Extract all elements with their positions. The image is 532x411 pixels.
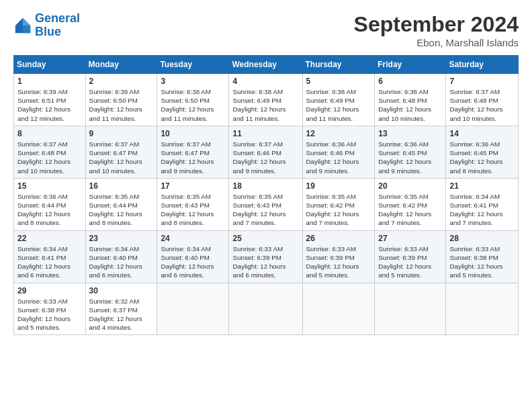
- day-number: 17: [161, 181, 225, 191]
- title-block: September 2024 Ebon, Marshall Islands: [354, 12, 519, 48]
- day-number: 5: [306, 77, 371, 86]
- day-number: 20: [378, 181, 442, 191]
- calendar-cell: 1Sunrise: 6:39 AM Sunset: 6:51 PM Daylig…: [14, 74, 86, 126]
- day-info: Sunrise: 6:35 AM Sunset: 6:44 PM Dayligh…: [89, 192, 154, 228]
- day-info: Sunrise: 6:38 AM Sunset: 6:49 PM Dayligh…: [232, 87, 298, 123]
- day-number: 3: [161, 77, 225, 86]
- logo-text: General Blue: [35, 12, 80, 39]
- location: Ebon, Marshall Islands: [354, 37, 519, 48]
- day-info: Sunrise: 6:35 AM Sunset: 6:43 PM Dayligh…: [161, 192, 225, 228]
- page: General Blue September 2024 Ebon, Marsha…: [0, 0, 532, 411]
- calendar-cell: 12Sunrise: 6:36 AM Sunset: 6:46 PM Dayli…: [302, 126, 375, 178]
- calendar-cell: [229, 283, 302, 335]
- calendar-cell: 23Sunrise: 6:34 AM Sunset: 6:40 PM Dayli…: [85, 230, 157, 283]
- day-number: 24: [161, 234, 225, 243]
- calendar-week-row: 22Sunrise: 6:34 AM Sunset: 6:41 PM Dayli…: [14, 230, 519, 283]
- calendar-cell: 28Sunrise: 6:33 AM Sunset: 6:38 PM Dayli…: [446, 230, 519, 283]
- calendar-day-header: Wednesday: [229, 56, 302, 74]
- calendar-cell: 10Sunrise: 6:37 AM Sunset: 6:47 PM Dayli…: [157, 126, 229, 178]
- day-number: 23: [89, 234, 154, 243]
- day-number: 9: [89, 129, 154, 138]
- day-info: Sunrise: 6:35 AM Sunset: 6:42 PM Dayligh…: [378, 192, 442, 228]
- calendar-cell: 29Sunrise: 6:33 AM Sunset: 6:38 PM Dayli…: [14, 283, 86, 335]
- logo-icon: [13, 16, 32, 35]
- day-info: Sunrise: 6:36 AM Sunset: 6:46 PM Dayligh…: [306, 140, 371, 175]
- logo: General Blue: [13, 12, 80, 39]
- calendar-cell: 13Sunrise: 6:36 AM Sunset: 6:45 PM Dayli…: [375, 126, 446, 178]
- calendar-cell: 22Sunrise: 6:34 AM Sunset: 6:41 PM Dayli…: [14, 230, 86, 283]
- day-info: Sunrise: 6:37 AM Sunset: 6:47 PM Dayligh…: [89, 140, 154, 175]
- month-title: September 2024: [354, 12, 519, 37]
- day-number: 18: [232, 181, 298, 191]
- day-info: Sunrise: 6:38 AM Sunset: 6:50 PM Dayligh…: [161, 87, 225, 123]
- logo-line2: Blue: [35, 25, 61, 38]
- calendar-week-row: 29Sunrise: 6:33 AM Sunset: 6:38 PM Dayli…: [14, 283, 519, 335]
- calendar-week-row: 8Sunrise: 6:37 AM Sunset: 6:48 PM Daylig…: [14, 126, 519, 178]
- calendar-cell: 17Sunrise: 6:35 AM Sunset: 6:43 PM Dayli…: [157, 178, 229, 230]
- day-info: Sunrise: 6:37 AM Sunset: 6:48 PM Dayligh…: [17, 140, 82, 175]
- day-info: Sunrise: 6:37 AM Sunset: 6:46 PM Dayligh…: [232, 140, 298, 175]
- day-number: 19: [306, 181, 371, 191]
- calendar-cell: 30Sunrise: 6:32 AM Sunset: 6:37 PM Dayli…: [85, 283, 157, 335]
- calendar-cell: 27Sunrise: 6:33 AM Sunset: 6:39 PM Dayli…: [375, 230, 446, 283]
- day-number: 1: [17, 77, 82, 86]
- day-number: 2: [89, 77, 154, 86]
- day-info: Sunrise: 6:37 AM Sunset: 6:48 PM Dayligh…: [449, 87, 515, 123]
- day-info: Sunrise: 6:38 AM Sunset: 6:49 PM Dayligh…: [306, 87, 371, 123]
- day-number: 6: [378, 77, 442, 86]
- day-info: Sunrise: 6:33 AM Sunset: 6:38 PM Dayligh…: [17, 297, 82, 332]
- calendar-table: SundayMondayTuesdayWednesdayThursdayFrid…: [13, 55, 519, 335]
- day-info: Sunrise: 6:35 AM Sunset: 6:43 PM Dayligh…: [232, 192, 298, 228]
- calendar-cell: 4Sunrise: 6:38 AM Sunset: 6:49 PM Daylig…: [229, 74, 302, 126]
- svg-marker-2: [23, 26, 30, 33]
- day-info: Sunrise: 6:32 AM Sunset: 6:37 PM Dayligh…: [89, 297, 154, 332]
- calendar-cell: 7Sunrise: 6:37 AM Sunset: 6:48 PM Daylig…: [446, 74, 519, 126]
- day-number: 21: [449, 181, 515, 191]
- calendar-day-header: Saturday: [446, 56, 519, 74]
- calendar-cell: 8Sunrise: 6:37 AM Sunset: 6:48 PM Daylig…: [14, 126, 86, 178]
- day-info: Sunrise: 6:33 AM Sunset: 6:39 PM Dayligh…: [378, 244, 442, 280]
- calendar-day-header: Friday: [375, 56, 446, 74]
- day-info: Sunrise: 6:33 AM Sunset: 6:38 PM Dayligh…: [449, 244, 515, 280]
- day-number: 28: [449, 234, 515, 243]
- day-info: Sunrise: 6:39 AM Sunset: 6:51 PM Dayligh…: [17, 87, 82, 123]
- calendar-day-header: Monday: [85, 56, 157, 74]
- day-number: 25: [232, 234, 298, 243]
- calendar-cell: 25Sunrise: 6:33 AM Sunset: 6:39 PM Dayli…: [229, 230, 302, 283]
- calendar-cell: 5Sunrise: 6:38 AM Sunset: 6:49 PM Daylig…: [302, 74, 375, 126]
- day-number: 15: [17, 181, 82, 191]
- day-number: 7: [449, 77, 515, 86]
- day-info: Sunrise: 6:35 AM Sunset: 6:42 PM Dayligh…: [306, 192, 371, 228]
- svg-marker-1: [23, 18, 30, 26]
- day-info: Sunrise: 6:34 AM Sunset: 6:40 PM Dayligh…: [161, 244, 225, 280]
- day-number: 30: [89, 286, 154, 295]
- day-number: 26: [306, 234, 371, 243]
- day-info: Sunrise: 6:33 AM Sunset: 6:39 PM Dayligh…: [232, 244, 298, 280]
- logo-line1: General: [35, 11, 80, 25]
- day-info: Sunrise: 6:34 AM Sunset: 6:40 PM Dayligh…: [89, 244, 154, 280]
- calendar-day-header: Tuesday: [157, 56, 229, 74]
- calendar-cell: 20Sunrise: 6:35 AM Sunset: 6:42 PM Dayli…: [375, 178, 446, 230]
- calendar-cell: 15Sunrise: 6:36 AM Sunset: 6:44 PM Dayli…: [14, 178, 86, 230]
- day-number: 8: [17, 129, 82, 138]
- day-info: Sunrise: 6:34 AM Sunset: 6:41 PM Dayligh…: [17, 244, 82, 280]
- day-info: Sunrise: 6:36 AM Sunset: 6:45 PM Dayligh…: [449, 140, 515, 175]
- day-info: Sunrise: 6:39 AM Sunset: 6:50 PM Dayligh…: [89, 87, 154, 123]
- calendar-cell: 24Sunrise: 6:34 AM Sunset: 6:40 PM Dayli…: [157, 230, 229, 283]
- day-info: Sunrise: 6:36 AM Sunset: 6:44 PM Dayligh…: [17, 192, 82, 228]
- calendar-cell: 11Sunrise: 6:37 AM Sunset: 6:46 PM Dayli…: [229, 126, 302, 178]
- day-info: Sunrise: 6:34 AM Sunset: 6:41 PM Dayligh…: [449, 192, 515, 228]
- calendar-cell: 18Sunrise: 6:35 AM Sunset: 6:43 PM Dayli…: [229, 178, 302, 230]
- calendar-cell: [157, 283, 229, 335]
- day-number: 14: [449, 129, 515, 138]
- calendar-cell: [375, 283, 446, 335]
- calendar-cell: 26Sunrise: 6:33 AM Sunset: 6:39 PM Dayli…: [302, 230, 375, 283]
- day-number: 13: [378, 129, 442, 138]
- calendar-cell: 19Sunrise: 6:35 AM Sunset: 6:42 PM Dayli…: [302, 178, 375, 230]
- calendar-cell: 6Sunrise: 6:38 AM Sunset: 6:48 PM Daylig…: [375, 74, 446, 126]
- day-number: 29: [17, 286, 82, 295]
- calendar-header-row: SundayMondayTuesdayWednesdayThursdayFrid…: [14, 56, 519, 74]
- calendar-day-header: Thursday: [302, 56, 375, 74]
- calendar-cell: 9Sunrise: 6:37 AM Sunset: 6:47 PM Daylig…: [85, 126, 157, 178]
- day-info: Sunrise: 6:33 AM Sunset: 6:39 PM Dayligh…: [306, 244, 371, 280]
